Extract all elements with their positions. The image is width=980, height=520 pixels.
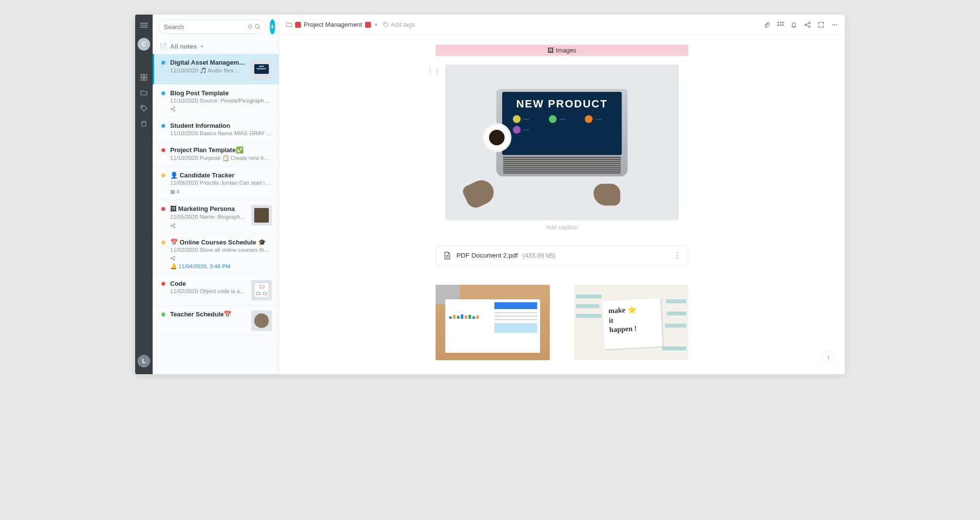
note-item[interactable]: 🖼 Marketing Persona11/05/2020 Name: Biog…	[153, 200, 279, 234]
tag-icon[interactable]	[140, 105, 147, 112]
hero-image-text: NEW PRODUCT	[508, 98, 616, 110]
note-title: 🖼 Marketing Persona	[170, 205, 246, 212]
note-preview: 11/10/2020 Source: Pexels/Picography Mak…	[170, 98, 272, 104]
tag-icon	[383, 22, 389, 28]
chevron-down-icon[interactable]: ▼	[374, 22, 378, 27]
svg-point-9	[171, 108, 172, 109]
svg-rect-5	[141, 78, 143, 80]
apps-icon[interactable]	[777, 21, 784, 28]
scroll-top-button[interactable]: ↑	[822, 351, 835, 364]
attachment-icon[interactable]	[763, 21, 770, 28]
search-box[interactable]: ⚙	[158, 19, 266, 34]
share-icon	[170, 106, 272, 112]
expand-icon[interactable]	[818, 21, 824, 28]
note-thumbnail	[251, 280, 272, 300]
svg-point-26	[809, 22, 810, 23]
folder-icon	[286, 21, 292, 28]
svg-point-25	[805, 24, 806, 25]
menu-icon[interactable]	[140, 21, 148, 29]
workspace-avatar[interactable]: C	[138, 38, 150, 51]
note-thumbnail	[251, 205, 272, 225]
svg-rect-21	[782, 22, 784, 23]
note-preview: 11/02/2020 Store all online courses that…	[170, 247, 272, 253]
note-item[interactable]: Code11/02/2020 Object code is a porti...	[153, 275, 279, 306]
svg-point-12	[171, 225, 172, 226]
color-dot	[161, 148, 165, 152]
hero-image[interactable]: NEW PRODUCT —— —— —— ——	[445, 65, 679, 220]
note-thumbnail	[251, 311, 272, 331]
color-dot	[161, 124, 165, 128]
svg-point-8	[255, 24, 259, 28]
sidebar: ⚙ + 📄 All notes ▼ Digital Asset Manageme…	[153, 15, 279, 374]
svg-rect-24	[782, 24, 784, 26]
svg-point-28	[832, 24, 833, 25]
user-avatar[interactable]: L	[138, 355, 150, 367]
color-dot	[161, 312, 165, 316]
section-title: All notes	[170, 43, 197, 50]
grid-icon[interactable]	[140, 74, 147, 81]
trash-icon[interactable]	[140, 121, 147, 127]
note-item[interactable]: Project Plan Template✅11/10/2020 Purpose…	[153, 141, 279, 167]
main-area: Project Management ▼ Add tags 🖼 Images	[279, 15, 845, 374]
note-preview: 11/05/2020 Name: Biography 🍬 ...	[170, 213, 246, 220]
svg-rect-3	[141, 74, 143, 77]
svg-point-15	[171, 258, 172, 259]
note-item[interactable]: Teacher Schedule📅	[153, 306, 279, 336]
grid-image-1[interactable]	[436, 285, 550, 360]
search-input[interactable]	[164, 23, 245, 31]
note-item[interactable]: Student Information11/10/2020 Basics Nam…	[153, 117, 279, 141]
note-preview: 11/09/2020 Priscilla Jordan Can start in…	[170, 180, 272, 186]
note-title: Teacher Schedule📅	[170, 311, 246, 318]
section-header[interactable]: 📄 All notes ▼	[153, 39, 279, 54]
svg-rect-4	[144, 74, 147, 77]
note-list[interactable]: Digital Asset Management11/10/2020 🎵 Aud…	[153, 54, 279, 374]
filter-icon[interactable]: ⚙	[247, 23, 253, 30]
note-item[interactable]: Blog Post Template11/10/2020 Source: Pex…	[153, 85, 279, 117]
note-item[interactable]: 👤 Candidate Tracker11/09/2020 Priscilla …	[153, 167, 279, 200]
note-preview: 11/10/2020 🎵 Audio files 📄 PD...	[170, 67, 246, 74]
search-icon[interactable]	[255, 24, 261, 30]
note-preview: 11/10/2020 Basics Name MIKE GRAY Address…	[170, 130, 272, 136]
notes-icon: 📄	[159, 43, 167, 50]
share-icon	[170, 256, 272, 261]
svg-rect-23	[780, 24, 781, 26]
grid-image-2[interactable]: make ⭐ithappen !	[574, 285, 688, 360]
share-icon[interactable]	[804, 21, 811, 28]
note-title: Code	[170, 280, 246, 287]
notebook-icon	[365, 22, 371, 28]
share-icon	[170, 223, 246, 228]
svg-point-7	[142, 106, 143, 107]
note-title: Digital Asset Management	[170, 59, 246, 66]
note-title: 📅 Online Courses Schedule 🎓	[170, 239, 272, 246]
note-title: Blog Post Template	[170, 89, 272, 97]
note-title: Project Plan Template✅	[170, 146, 272, 154]
pdf-filename: PDF Document 2.pdf	[456, 252, 518, 259]
note-item[interactable]: 📅 Online Courses Schedule 🎓11/02/2020 St…	[153, 234, 279, 275]
note-thumbnail: NEW PRODUCT	[251, 59, 272, 79]
tags-area[interactable]: Add tags	[383, 21, 415, 28]
pdf-attachment[interactable]: PDF Document 2.pdf (433.99 kB) ⋮	[436, 245, 688, 265]
breadcrumb-folder: Project Management	[304, 21, 362, 28]
svg-point-29	[834, 24, 835, 25]
svg-point-11	[174, 110, 175, 111]
note-item[interactable]: Digital Asset Management11/10/2020 🎵 Aud…	[153, 54, 279, 85]
content-area[interactable]: 🖼 Images ⋮⋮ NEW PRODUCT —— —— —— ——	[279, 35, 845, 374]
note-title: 👤 Candidate Tracker	[170, 172, 272, 179]
svg-rect-0	[140, 23, 148, 24]
caption-input[interactable]: Add caption	[436, 224, 688, 231]
note-preview: 11/10/2020 Purpose 📋 Create new tracking…	[170, 155, 272, 161]
pdf-filesize: (433.99 kB)	[523, 252, 555, 259]
svg-rect-22	[777, 24, 779, 26]
bell-icon[interactable]	[790, 21, 797, 28]
add-button[interactable]: +	[270, 19, 275, 34]
svg-point-17	[174, 259, 175, 260]
more-icon[interactable]: ⋮	[673, 251, 681, 260]
color-dot	[161, 207, 165, 211]
svg-point-27	[809, 26, 810, 27]
breadcrumb[interactable]: Project Management ▼	[286, 21, 378, 28]
document-icon	[443, 251, 452, 260]
color-dot	[161, 61, 165, 65]
folder-icon[interactable]	[140, 89, 147, 96]
more-icon[interactable]	[831, 21, 838, 28]
drag-handle-icon[interactable]: ⋮⋮	[427, 68, 440, 75]
